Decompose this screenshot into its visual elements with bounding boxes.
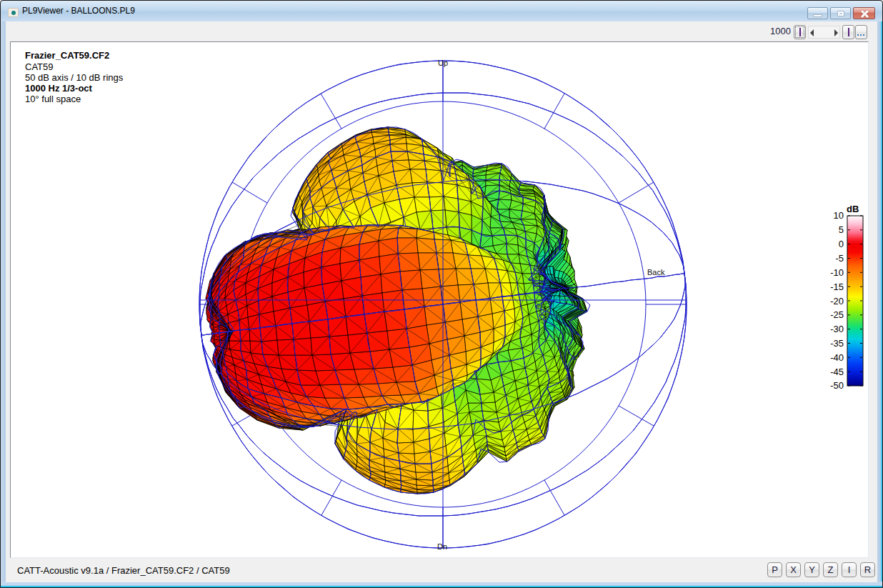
svg-text:50 dB axis / 10 dB rings: 50 dB axis / 10 dB rings bbox=[25, 72, 124, 83]
svg-text:10: 10 bbox=[834, 210, 844, 221]
svg-text:-40: -40 bbox=[830, 352, 844, 363]
svg-text:Lt: Lt bbox=[573, 350, 579, 359]
svg-text:-35: -35 bbox=[830, 338, 844, 349]
svg-text:Dn: Dn bbox=[437, 542, 447, 551]
svg-text:Up: Up bbox=[438, 59, 448, 67]
svg-text:dB: dB bbox=[847, 204, 859, 214]
svg-text:CAT59: CAT59 bbox=[25, 61, 54, 72]
svg-text:-5: -5 bbox=[835, 253, 844, 264]
svg-text:-30: -30 bbox=[830, 324, 844, 334]
svg-text:Back: Back bbox=[647, 268, 665, 276]
svg-text:-50: -50 bbox=[830, 380, 844, 391]
svg-text:-10: -10 bbox=[830, 267, 844, 278]
svg-text:-25: -25 bbox=[830, 309, 844, 320]
svg-text:1000 Hz 1/3-oct: 1000 Hz 1/3-oct bbox=[25, 83, 93, 94]
svg-text:10° full space: 10° full space bbox=[25, 94, 81, 104]
svg-text:-20: -20 bbox=[830, 296, 844, 307]
svg-text:5: 5 bbox=[839, 224, 844, 235]
svg-text:-45: -45 bbox=[830, 367, 844, 377]
svg-text:0: 0 bbox=[839, 239, 844, 249]
svg-text:Frazier_CAT59.CF2: Frazier_CAT59.CF2 bbox=[25, 50, 109, 61]
svg-text:-15: -15 bbox=[830, 281, 844, 292]
